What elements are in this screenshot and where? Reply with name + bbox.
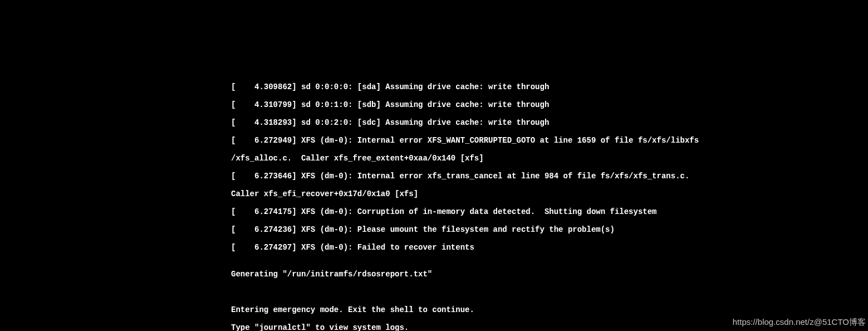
kmsg-line: [ 6.273646] XFS (dm-0): Internal error x… — [231, 172, 699, 181]
kmsg-line: [ 6.272949] XFS (dm-0): Internal error X… — [231, 136, 699, 145]
kmsg-line: [ 6.274297] XFS (dm-0): Failed to recove… — [231, 243, 699, 252]
emergency-mode-line: Entering emergency mode. Exit the shell … — [231, 305, 699, 314]
kmsg-line: [ 4.309862] sd 0:0:0:0: [sda] Assuming d… — [231, 82, 699, 91]
generating-report-line: Generating "/run/initramfs/rdsosreport.t… — [231, 270, 699, 279]
kmsg-line: [ 6.274236] XFS (dm-0): Please umount th… — [231, 225, 699, 234]
kmsg-line: /xfs_alloc.c. Caller xfs_free_extent+0xa… — [231, 154, 699, 163]
kmsg-line: [ 4.318293] sd 0:0:2:0: [sdc] Assuming d… — [231, 118, 699, 127]
journalctl-hint-line: Type "journalctl" to view system logs. — [231, 323, 699, 331]
kmsg-line: Caller xfs_efi_recover+0x17d/0x1a0 [xfs] — [231, 189, 699, 198]
kmsg-line: [ 6.274175] XFS (dm-0): Corruption of in… — [231, 207, 699, 216]
console-output[interactable]: [ 4.309862] sd 0:0:0:0: [sda] Assuming d… — [231, 74, 699, 331]
watermark-text: https://blog.csdn.net/z@51CTO博客 — [733, 317, 866, 328]
kmsg-line: [ 4.310799] sd 0:0:1:0: [sdb] Assuming d… — [231, 100, 699, 109]
